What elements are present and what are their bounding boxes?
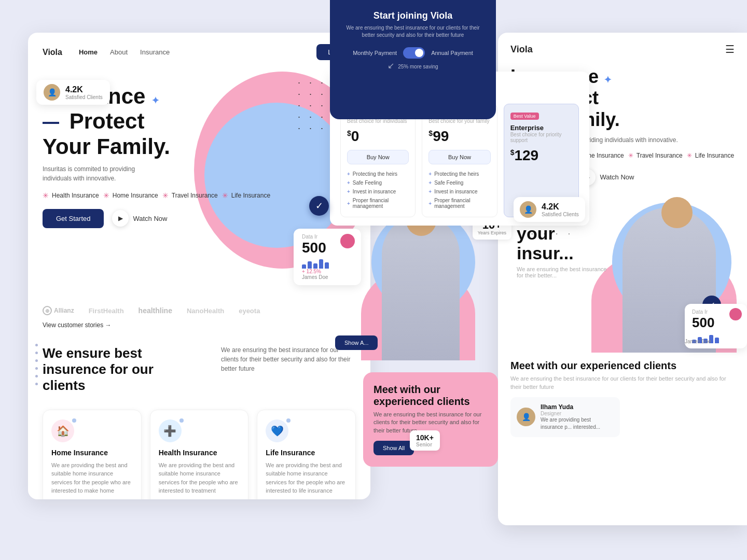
plan-enterprise-name: Enterprise [510,124,572,132]
right-tag-travel: ✳ Travel Insurance [628,152,683,159]
tag-home: ✳ Home Insurance [103,191,158,200]
family-feat-icon-2: + [428,180,432,186]
payment-toggle[interactable] [403,47,425,59]
checkmark-badge: ✓ [309,196,329,216]
family-feat-icon-3: + [428,189,432,194]
toggle-row: Monthly Payment Annual Payment [342,47,483,59]
person-card-1: 👤 Ilham Yuda Designer We are providing b… [510,397,620,437]
stat-label: Senior [416,442,434,447]
home-icon: 🏠 [51,419,74,442]
hamburger-icon[interactable]: ☰ [725,43,735,55]
right-client-avatar: 👤 [520,201,536,218]
sparkle-icon: ✦ [151,95,159,106]
icon-dot-dec [72,418,76,423]
clients-count: 4.2K [65,85,103,94]
right-pink-dot [729,308,742,320]
stat-badge: 10K+ Senior [410,430,440,451]
get-started-button[interactable]: Get Started [43,209,104,228]
best-top: We ensure best insurence for our clients… [43,345,356,394]
tag-life-icon: ✳ [222,191,228,200]
clients-info: 4.2K Satisfied Clients [65,85,103,100]
family-feat-icon-4: + [428,201,432,206]
right-clients-count: 4.2K [542,202,579,212]
title-dash [43,122,59,124]
feat-1: + Protecting the heirs [347,170,409,178]
icon-dot-dec-2 [179,418,184,423]
arrow-icon: ↙ [388,61,394,70]
plan-family-price: $99 [428,128,490,145]
watch-now-button[interactable]: ▶ Watch Now [112,210,167,227]
plan-personal-price: $0 [347,128,409,145]
show-all-button[interactable]: Show All [374,441,414,455]
feat-icon-2: + [347,180,350,186]
service-card-home: 🏠 Home Insurance We are providing the be… [43,410,142,499]
right-tag-travel-icon: ✳ [628,152,633,159]
tag-health-icon: ✳ [43,191,49,200]
brand-allianz: ⊕ Allianz [43,306,74,315]
show-mid-button[interactable]: Show A... [335,335,378,350]
person-role-1: Designer [541,411,614,416]
best-title: We ensure best insurence for our clients [43,345,171,394]
clients-label: Satisfied Clients [65,94,103,100]
tag-home-icon: ✳ [103,191,109,200]
person-info-1: Ilham Yuda Designer We are providing bes… [541,403,614,431]
health-icon: ➕ [159,419,182,442]
family-feat-2: + Safe Feeling [428,178,490,187]
saving-label: ↙ 25% more saving [342,61,483,71]
family-features: + Protecting the heirs + Safe Feeling + … [428,170,490,211]
service-card-health: ➕ Health Insurance We are providing the … [150,410,249,499]
services-row: 🏠 Home Insurance We are providing the be… [28,404,370,499]
dark-subtitle: We are ensuring the best insurance for o… [342,24,483,39]
view-stories-link[interactable]: View customer stories → [28,315,370,335]
years-label: Years Expires [478,231,506,235]
bottom-center-panel: Meet with our experienced clients We are… [363,372,498,467]
mid-person-body [382,215,460,360]
right-person-head [661,197,693,228]
plan-enterprise-price: $129 [510,147,572,164]
mini-graph [302,258,353,269]
hero-section: Insurance ✦ Protect Your Family. Insurit… [28,72,370,295]
brand-healthline: healthline [139,306,172,315]
service-card-life: 💙 Life Insurance We are providing the be… [257,410,356,499]
nav-link-about[interactable]: About [110,48,128,56]
nav-link-home[interactable]: Home [79,48,98,56]
service-home-title: Home Insurance [51,449,133,457]
buy-family-button[interactable]: Buy Now [428,150,490,164]
float-data-card: Data Ir 500 + 12.5% James Doe [294,229,361,285]
life-icon: 💙 [266,419,288,442]
service-life-title: Life Insurance [266,449,347,457]
tag-health: ✳ Health Insurance [43,191,99,200]
pink-dot [340,234,355,248]
right-data-person: James Doe [685,339,747,344]
bar-3 [313,263,317,269]
allianz-circle-icon: ⊕ [43,306,52,315]
feat-icon-1: + [347,171,350,177]
person-avatar-1: 👤 [517,408,535,426]
brand-firsthealth: FirstHealth [89,307,124,315]
hero-subtitle: Insuritas is commited to providing indiv… [43,164,157,183]
right-sparkle-icon: ✦ [604,75,612,85]
person-desc-1: We are providing best insurance p... int… [541,416,614,431]
right-meet-desc: We are ensuring the best insurance for o… [510,375,735,391]
data-person-name: James Doe [302,274,353,280]
tag-travel: ✳ Travel Insurance [162,191,218,200]
client-avatar: 👤 [44,84,60,101]
save-subtitle: We are ensuring the best insurance for t… [517,266,610,278]
buy-personal-button[interactable]: Buy Now [347,150,409,164]
main-card: Viola Home About Insurance Login Insuran… [28,33,370,499]
right-clients-label: Satisfied Clients [542,212,579,217]
right-float-clients: 👤 4.2K Satisfied Clients [514,197,585,222]
play-icon: ▶ [112,210,129,227]
nav-logo: Viola [43,48,62,57]
brand-nanohealth: NanoHealth [187,307,224,315]
enterprise-badge: Best Value [510,113,539,120]
feat-3: + Invest in insurance [347,187,409,196]
nav-link-insurance[interactable]: Insurance [140,48,170,56]
right-clients-info: 4.2K Satisfied Clients [542,202,579,217]
side-dots [35,344,38,385]
right-tag-life-icon: ✳ [687,152,692,159]
hero-tags: ✳ Health Insurance ✳ Home Insurance ✳ Tr… [43,191,356,200]
right-logo: Viola [510,44,533,55]
dark-pricing-header: Start joining Viola We are ensuring the … [330,0,496,119]
annual-label: Annual Payment [431,50,473,56]
